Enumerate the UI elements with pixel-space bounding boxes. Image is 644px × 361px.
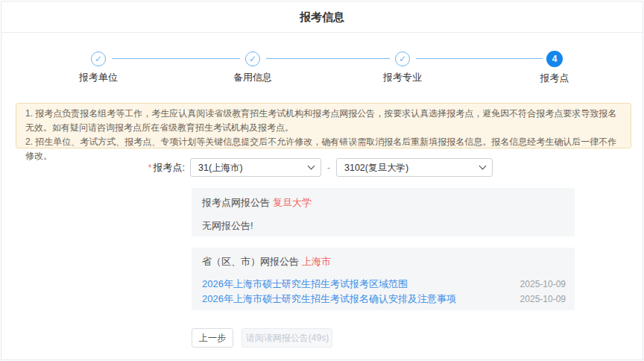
announcement-link-confirm-arrangement[interactable]: 2026年上海市硕士研究生招生考试报名确认安排及注意事项 — [202, 292, 513, 306]
application-info-panel: 报考信息 ✓ 报考单位 ✓ 备用信息 ✓ 报考专业 4 报考点 1. 报考点负责… — [1, 1, 643, 360]
step-label: 报考单位 — [61, 71, 136, 84]
province-name: 上海市 — [302, 256, 331, 267]
province-announcement-title: 省（区、市）网报公告上海市 — [202, 255, 566, 269]
step-label: 报考点 — [517, 72, 592, 85]
step-done-check-icon: ✓ — [245, 51, 260, 66]
exam-site-select[interactable]: 3102(复旦大学) — [336, 158, 493, 177]
province-announcement-box: 省（区、市）网报公告上海市 2026年上海市硕士研究生招生考试报考区域范围 20… — [192, 248, 575, 310]
step-label: 备用信息 — [215, 71, 290, 84]
previous-step-button[interactable]: 上一步 — [192, 328, 233, 348]
exam-site-label: *报考点: — [143, 158, 185, 178]
site-name: 复旦大学 — [273, 197, 312, 208]
step-item-baokaodanwei: ✓ 报考单位 — [61, 51, 136, 84]
site-announcement-title: 报考点网报公告复旦大学 — [202, 196, 564, 210]
step-item-baokaodian-active: 4 报考点 — [517, 51, 592, 85]
exam-site-select-wrap: 3102(复旦大学) — [336, 158, 493, 177]
notice-box: 1. 报考点负责报名组考等工作，考生应认真阅读省级教育招生考试机构和报考点网报公… — [16, 103, 631, 148]
notice-line-1: 1. 报考点负责报名组考等工作，考生应认真阅读省级教育招生考试机构和报考点网报公… — [25, 107, 622, 135]
step-done-check-icon: ✓ — [91, 51, 106, 66]
announcement-list: 2026年上海市硕士研究生招生考试报考区域范围 2025-10-09 2026年… — [202, 277, 566, 307]
step-number-badge: 4 — [546, 51, 563, 67]
select-separator: - — [324, 158, 333, 177]
step-done-check-icon: ✓ — [395, 51, 410, 66]
announcement-date: 2025-10-09 — [520, 279, 566, 289]
announcement-date: 2025-10-09 — [520, 294, 566, 304]
announcement-row: 2026年上海市硕士研究生招生考试报考区域范围 2025-10-09 — [202, 277, 566, 292]
step-label: 报考专业 — [365, 71, 440, 84]
steps-bar: ✓ 报考单位 ✓ 备用信息 ✓ 报考专业 4 报考点 — [1, 34, 643, 86]
province-select-wrap: 31(上海市) — [190, 158, 321, 177]
action-buttons: 上一步 请阅读网报公告(49s) — [192, 328, 332, 348]
page-title: 报考信息 — [1, 1, 643, 33]
site-announcement-box: 报考点网报公告复旦大学 无网报公告! — [192, 188, 575, 236]
exam-site-form-row: *报考点: 31(上海市) - 3102(复旦大学) — [1, 158, 643, 178]
announcement-link-region-scope[interactable]: 2026年上海市硕士研究生招生考试报考区域范围 — [202, 277, 513, 291]
province-select[interactable]: 31(上海市) — [190, 158, 321, 177]
step-item-beiyongxinxi: ✓ 备用信息 — [215, 51, 290, 84]
no-announcement-text: 无网报公告! — [202, 219, 564, 233]
required-asterisk: * — [148, 163, 152, 173]
step-item-baokaozhuanye: ✓ 报考专业 — [365, 51, 440, 84]
announcement-row: 2026年上海市硕士研究生招生考试报名确认安排及注意事项 2025-10-09 — [202, 292, 566, 307]
read-announcement-countdown-button[interactable]: 请阅读网报公告(49s) — [242, 328, 332, 348]
